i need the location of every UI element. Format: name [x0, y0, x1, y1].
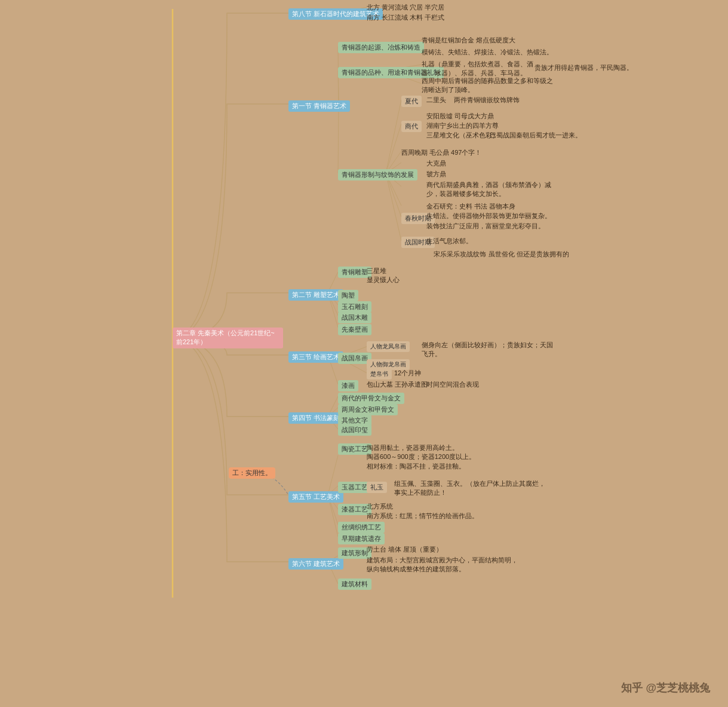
north-node: 北方 黄河流域 穴居 半穴居 — [367, 3, 444, 12]
taoshu-node: 陶塑 — [338, 290, 358, 301]
dakeding-label: 大克鼎 — [426, 160, 446, 167]
bronze-liqi-node: 礼器（鼎重要，包括炊煮器、食器、酒器、水器）、乐器、兵器、车马器。 — [422, 60, 541, 78]
bronze-guizu-label: 贵族才用得起青铜器，平民陶器。 — [535, 64, 633, 71]
mugong-node: 战国木雕 — [338, 312, 371, 323]
watermark: 知乎 @芝芝桃桃兔 — [621, 681, 710, 695]
liyu-node: 礼玉 — [367, 482, 387, 493]
xianxing-label: 显灵慑人心 — [367, 276, 400, 283]
chunqiu2-node: 装饰技法广泛应用，富丽堂皇光彩夺目。 — [426, 222, 545, 231]
bihua-node: 先秦壁画 — [338, 324, 371, 335]
taoci3-node: 相对标准：陶器不挂，瓷器挂釉。 — [367, 462, 465, 471]
qihua-label: 漆画 — [338, 380, 358, 391]
xia1-label: 二里头 — [426, 96, 446, 103]
south-node: 南方 长江流域 木料 干栏式 — [367, 13, 444, 22]
chu-bo1-label: 12个月神 — [394, 369, 421, 377]
svg-line-10 — [386, 100, 401, 173]
liyu1-label: 组玉佩、玉藻圈、玉衣。（放在尸体上防止其腐烂，事实上不能防止！ — [394, 479, 549, 497]
sec6-node: 第六节 建筑艺术 — [288, 558, 343, 570]
renwu-long-label: 人物龙凤帛画 — [367, 341, 410, 352]
jianzhu-mat-node: 建筑材料 — [338, 579, 371, 590]
qihua2-node: 时间空间混合表现 — [426, 380, 479, 389]
bronze-cast-node: 模铸法、失蜡法、焊接法、冷锻法、热锻法。 — [422, 48, 553, 57]
bronze-form-node: 青铜器形制与纹饰的发展 — [338, 169, 417, 180]
zhanguo-yin-node: 战国印玺 — [338, 424, 371, 436]
bronze-alloy-label: 青铜是红铜加合金 熔点低硬度大 — [422, 36, 515, 44]
zhanguo1-node: 生活气息浓郁。 — [426, 237, 472, 246]
zhanguo-yin-label: 战国印玺 — [338, 424, 371, 436]
yushi-node: 玉石雕刻 — [338, 301, 371, 313]
svg-line-5 — [338, 104, 339, 173]
mugong-label: 战国木雕 — [338, 312, 371, 323]
jianzhu-mat-label: 建筑材料 — [338, 579, 371, 590]
xia-label: 夏代 — [401, 96, 422, 107]
xizhou-wine-node: 商代后期盛典典雅，酒器（颁布禁酒令）减少，装器雕镂多铭文加长。 — [426, 180, 558, 198]
taoci3-label: 相对标准：陶器不挂，瓷器挂釉。 — [367, 463, 465, 470]
qihua-node: 漆画 — [338, 380, 358, 391]
qihua2-label: 时间空间混合表现 — [426, 381, 479, 388]
svg-line-18 — [386, 173, 401, 241]
bronze-liqi-label: 礼器（鼎重要，包括炊煮器、食器、酒器、水器）、乐器、兵器、车马器。 — [422, 60, 541, 78]
shang3b-label: 巴蜀战国秦朝后蜀才统一进来。 — [490, 131, 582, 139]
jiagu-node: 商代的甲骨文与金文 — [338, 393, 404, 404]
xia1-node: 二里头 — [426, 96, 446, 105]
yushi-label: 玉石雕刻 — [338, 301, 371, 313]
bronze-guizu-node: 贵族才用得起青铜器，平民陶器。 — [535, 63, 633, 72]
sanxingdui-node: 三星堆 — [367, 267, 386, 276]
zhanguo1-label: 生活气息浓郁。 — [426, 237, 472, 244]
sanxingdui-label: 三星堆 — [367, 267, 386, 274]
bronze-form-label: 青铜器形制与纹饰的发展 — [338, 169, 417, 180]
sec6-label: 第六节 建筑艺术 — [288, 558, 343, 570]
shang2-label: 湖南宁乡出土的四羊方尊 — [426, 122, 499, 129]
root-node: 第二章 先秦美术（公元前21世纪~前221年） — [173, 328, 283, 348]
south-sys-label: 南方系统：红黑；情节性的绘画作品。 — [367, 512, 478, 521]
zhanguo3-node: 虽世俗化 但还是贵族拥有的 — [489, 250, 569, 259]
renwu-long1-label: 侧身向左（侧面比较好画）；贵族妇女；天国飞升。 — [422, 341, 553, 359]
jianzhu-xing1-node: 劳土台 墙体 屋顶（重要） — [367, 545, 443, 554]
xiaofangding-node: 虢方鼎 — [426, 170, 446, 179]
bronze-alloy-node: 青铜是红铜加合金 熔点低硬度大 — [422, 36, 515, 45]
bronze-zhou-label: 西周中期后青铜器的随葬品数量之多和等级之清晰达到了顶峰。 — [422, 76, 553, 94]
chu-bo-node: 楚帛书 — [367, 369, 392, 379]
shang-node: 商代 — [401, 121, 422, 132]
jinshi-node: 金石研究：史料 书法 器物本身 — [426, 202, 515, 211]
bronze-cast-label: 模铸法、失蜡法、焊接法、冷锻法、热锻法。 — [422, 48, 553, 56]
north-label: 北方 黄河流域 穴居 半穴居 — [367, 4, 444, 11]
zhanguo3-label: 虽世俗化 但还是贵族拥有的 — [489, 250, 569, 258]
root-label: 第二章 先秦美术（公元前21世纪~前221年） — [173, 328, 283, 348]
xia2-node: 两件青铜镶嵌纹饰牌饰 — [454, 96, 520, 105]
shang3b-node: 巴蜀战国秦朝后蜀才统一进来。 — [490, 131, 582, 140]
gongyi-label-node: 工：实用性。 — [229, 467, 275, 479]
sizhipin-node: 丝绸织绣工艺 — [338, 522, 385, 533]
chu-bo-label: 楚帛书 — [367, 369, 392, 379]
dakeding-node: 大克鼎 — [426, 159, 446, 168]
shang2-node: 湖南宁乡出土的四羊方尊 — [426, 121, 499, 130]
sec5-label: 第五节 工艺美术 — [288, 491, 343, 503]
sec3-label: 第三节 绘画艺术 — [288, 351, 343, 363]
shang3-label: 三星堆文化（巫术色彩） — [426, 131, 499, 139]
sec1-node: 第一节 青铜器艺术 — [288, 100, 350, 112]
taoci2-label: 陶器600～900度；瓷器1200度以上。 — [367, 453, 475, 460]
jianzhu-xing2-node: 建筑布局：大型宫殿城宫殿为中心，平面结构简明，纵向轴线构成整体性的建筑部落。 — [367, 556, 522, 574]
bronze-zhou-node: 西周中期后青铜器的随葬品数量之多和等级之清晰达到了顶峰。 — [422, 76, 553, 94]
shang3-node: 三星堆文化（巫术色彩） — [426, 131, 499, 140]
chunqiu1-node: 失蜡法。使得器物外部装饰更加华丽复杂。 — [426, 212, 551, 221]
north-sys-node: 北方系统 — [367, 502, 393, 511]
jianzhu-xing1-label: 劳土台 墙体 屋顶（重要） — [367, 546, 443, 553]
sizhipin-label: 丝绸织绣工艺 — [338, 522, 385, 533]
sec2-node: 第二节 雕塑艺术 — [288, 289, 343, 301]
liyu1-node: 组玉佩、玉藻圈、玉衣。（放在尸体上防止其腐烂，事实上不能防止！ — [394, 479, 549, 497]
shang1-label: 安阳殷墟 司母戊大方鼎 — [426, 112, 494, 120]
taoci1-label: 陶器用黏土，瓷器要用高岭土。 — [367, 444, 459, 451]
chu-bo1-node: 12个月神 — [394, 369, 421, 378]
zhanguo2-label: 宋乐采乐攻战纹饰 — [434, 250, 486, 258]
liangzhou-label: 两周金文和甲骨文 — [338, 404, 398, 415]
taoshu-label: 陶塑 — [338, 290, 358, 301]
chunqiu1-label: 失蜡法。使得器物外部装饰更加华丽复杂。 — [426, 212, 551, 219]
xizhou-late-node: 西周晚期 毛公鼎 497个字！ — [401, 148, 481, 157]
sec2-label: 第二节 雕塑艺术 — [288, 289, 343, 301]
xianxing-node: 显灵慑人心 — [367, 276, 400, 284]
xiaofangding-label: 虢方鼎 — [426, 170, 446, 177]
bihua-label: 先秦壁画 — [338, 324, 371, 335]
taoci2-node: 陶器600～900度；瓷器1200度以上。 — [367, 452, 475, 461]
shang1-node: 安阳殷墟 司母戊大方鼎 — [426, 112, 494, 121]
